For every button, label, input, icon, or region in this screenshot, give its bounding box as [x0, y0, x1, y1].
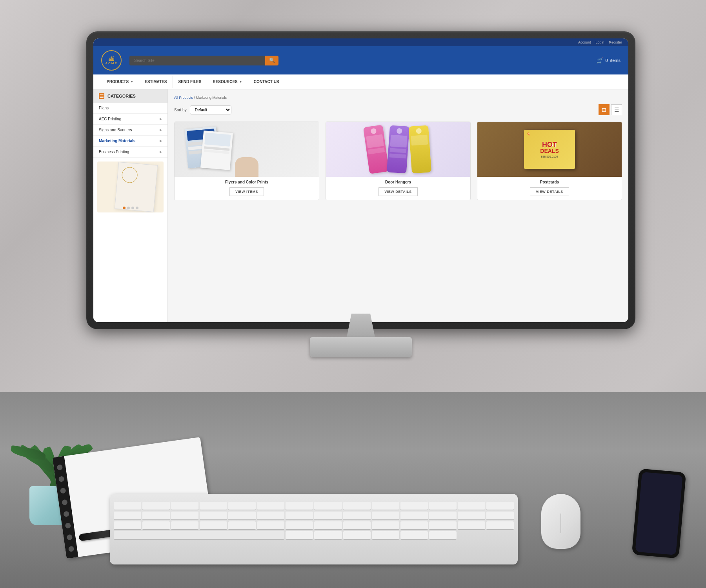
categories-icon [99, 93, 104, 99]
register-link[interactable]: Register [609, 40, 622, 44]
door-hanger-3 [409, 125, 431, 173]
categories-header: CATEGORIES [93, 89, 167, 103]
nav-resources[interactable]: RESOURCES ▼ [207, 76, 248, 88]
breadcrumb: All Products / Marketing Materials [174, 96, 622, 100]
grid-view-button[interactable]: ⊞ [599, 104, 610, 115]
sort-label: Sort by [174, 108, 187, 112]
product-name-doorhangers: Door Hangers [326, 177, 470, 186]
products-toolbar: Sort by Default Name A-Z Name Z-A Price … [174, 104, 622, 115]
search-button[interactable]: 🔍 [265, 56, 278, 65]
nav-products[interactable]: PRODUCTS ▼ [101, 76, 139, 88]
products-area: All Products / Marketing Materials Sort … [168, 89, 628, 322]
nav-send-files[interactable]: SEND FILES [173, 76, 207, 88]
logo-text: ACME [105, 62, 118, 65]
promo-dot-2[interactable] [127, 207, 130, 209]
postcard: 🍕 HOT DEALS 888.555.0100 [524, 130, 575, 169]
promo-dot-3[interactable] [131, 207, 134, 209]
sidebar-item-business[interactable]: Business Printing ▶ [93, 147, 167, 158]
product-image-flyers [175, 122, 319, 177]
promo-dot-1[interactable] [123, 207, 126, 209]
doorhangers-view-button[interactable]: VIEW DETAILS [378, 187, 417, 196]
list-view-button[interactable]: ☰ [611, 104, 622, 115]
sidebar-item-signs[interactable]: Signs and Banners ▶ [93, 125, 167, 136]
product-card-doorhangers: Door Hangers VIEW DETAILS [326, 122, 471, 200]
postcard-logo: 🍕 [526, 132, 530, 136]
search-input[interactable] [129, 56, 278, 65]
mouse [541, 494, 580, 549]
keyboard [110, 494, 518, 564]
flyers-image [175, 122, 319, 177]
logo[interactable]: 🏙 ACME [101, 50, 122, 71]
sidebar-item-aec[interactable]: AEC Printing ▶ [93, 114, 167, 125]
breadcrumb-all-products[interactable]: All Products [174, 96, 193, 100]
promo-paper [115, 162, 158, 212]
monitor: Account Login Register 🏙 ACME 🔍 🛒 [86, 31, 635, 368]
cart-count: 0 [606, 58, 608, 63]
search-container: 🔍 [129, 56, 278, 65]
website: Account Login Register 🏙 ACME 🔍 🛒 [93, 38, 628, 322]
sort-area: Sort by Default Name A-Z Name Z-A Price … [174, 105, 231, 114]
site-header: 🏙 ACME 🔍 🛒 0 items [93, 46, 628, 74]
promo-dots [97, 207, 164, 209]
logo-icon: 🏙 [109, 56, 114, 62]
sidebar-item-plans[interactable]: Plans [93, 103, 167, 114]
sort-select[interactable]: Default Name A-Z Name Z-A Price Low-High… [190, 105, 231, 114]
cart-icon: 🛒 [597, 57, 603, 64]
postcards-view-button[interactable]: VIEW DETAILS [530, 187, 569, 196]
top-bar: Account Login Register [93, 38, 628, 46]
product-grid: Flyers and Color Prints VIEW ITEMS [174, 122, 622, 200]
promo-dot-4[interactable] [136, 207, 138, 209]
door-hanger-1 [363, 125, 389, 174]
main-content: CATEGORIES Plans AEC Printing ▶ Signs an… [93, 89, 628, 322]
nav-estimates[interactable]: ESTIMATES [139, 76, 173, 88]
cart-area[interactable]: 🛒 0 items [597, 57, 620, 64]
sidebar-signs-arrow: ▶ [160, 128, 162, 132]
product-image-doorhangers [326, 122, 470, 177]
sidebar-marketing-arrow: ▶ [160, 139, 162, 143]
sidebar: CATEGORIES Plans AEC Printing ▶ Signs an… [93, 89, 168, 322]
product-name-flyers: Flyers and Color Prints [175, 177, 319, 186]
monitor-screen: Account Login Register 🏙 ACME 🔍 🛒 [93, 38, 628, 322]
hands-shape [235, 157, 258, 177]
phone [632, 468, 686, 559]
nav-products-arrow: ▼ [130, 80, 133, 83]
login-link[interactable]: Login [595, 40, 604, 44]
sidebar-item-marketing[interactable]: Marketing Materials ▶ [93, 136, 167, 147]
product-image-postcards: 🍕 HOT DEALS 888.555.0100 [477, 122, 622, 177]
nav-resources-arrow: ▼ [239, 80, 242, 83]
sidebar-business-arrow: ▶ [160, 150, 162, 154]
promo-logo [121, 167, 138, 183]
doorhangers-image [326, 122, 470, 177]
sidebar-aec-arrow: ▶ [160, 117, 162, 121]
postcards-image: 🍕 HOT DEALS 888.555.0100 [477, 122, 622, 177]
monitor-stand-base [310, 337, 412, 357]
product-name-postcards: Postcards [477, 177, 622, 186]
nav-contact-us[interactable]: CONTACT US [248, 76, 285, 88]
product-card-postcards: 🍕 HOT DEALS 888.555.0100 Postcards VIEW … [477, 122, 622, 200]
view-toggles: ⊞ ☰ [599, 104, 622, 115]
flyer-card-2 [200, 131, 233, 170]
door-hanger-2 [387, 125, 409, 173]
site-navigation: PRODUCTS ▼ ESTIMATES SEND FILES RESOURCE… [93, 74, 628, 89]
sidebar-promo [97, 162, 164, 212]
flyers-view-button[interactable]: VIEW ITEMS [229, 187, 264, 196]
cart-items-label: items [610, 58, 620, 63]
account-link[interactable]: Account [578, 40, 591, 44]
product-card-flyers: Flyers and Color Prints VIEW ITEMS [174, 122, 319, 200]
